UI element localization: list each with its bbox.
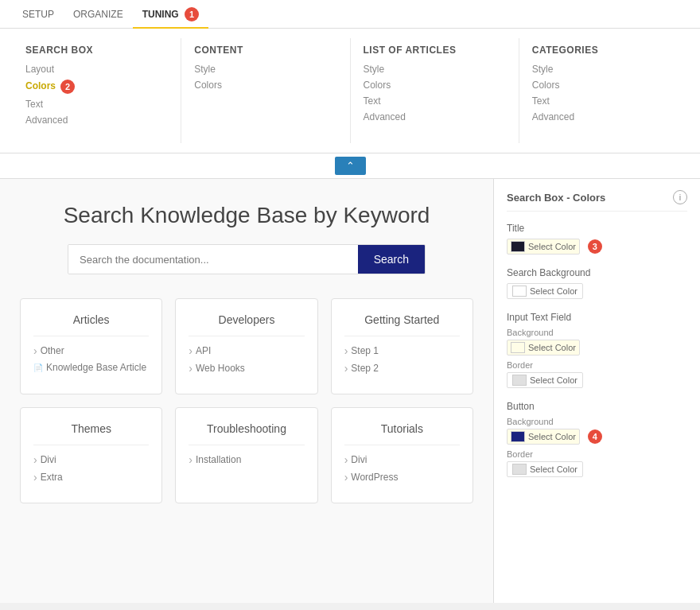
- panel-item-layout[interactable]: Layout: [25, 64, 168, 75]
- panel-list-of-articles: LIST OF ARTICLESStyleColorsTextAdvanced: [351, 38, 519, 143]
- color-section-input-text-field: Input Text FieldBackgroundSelect ColorBo…: [507, 312, 687, 388]
- panel-item-style[interactable]: Style: [364, 64, 506, 75]
- color-row: BackgroundSelect Color: [507, 328, 687, 356]
- select-color-button[interactable]: Select Color: [507, 340, 580, 356]
- card-item[interactable]: Other: [33, 344, 149, 357]
- panel-item-colors[interactable]: Colors: [364, 80, 506, 91]
- color-sub-label: Background: [507, 328, 687, 337]
- color-section-title: Title: [507, 223, 687, 234]
- panel-title-content: CONTENT: [194, 45, 336, 56]
- panel-item-text[interactable]: Text: [364, 95, 506, 107]
- card-item[interactable]: API: [189, 344, 304, 357]
- card-title: Developers: [189, 313, 304, 326]
- panel-item-colors[interactable]: Colors2: [25, 80, 168, 94]
- panel-item-style[interactable]: Style: [194, 64, 336, 75]
- select-color-label: Select Color: [528, 432, 576, 441]
- card-item[interactable]: Web Hooks: [189, 362, 304, 375]
- panel-item-advanced[interactable]: Advanced: [532, 111, 675, 122]
- card-item[interactable]: Step 2: [344, 362, 460, 375]
- panel-search-box: SEARCH BOXLayoutColors2TextAdvanced: [13, 38, 181, 143]
- color-btn-row: Select Color3: [507, 239, 687, 254]
- color-btn-row: Select Color: [507, 340, 687, 356]
- main-layout: Search Knowledge Base by Keyword Search …: [0, 179, 700, 603]
- select-color-label: Select Color: [530, 464, 578, 474]
- color-section-title: Input Text Field: [507, 312, 687, 323]
- card-item[interactable]: Step 1: [344, 344, 460, 357]
- step-badge-1: 1: [185, 7, 199, 21]
- select-color-button[interactable]: Select Color: [507, 239, 580, 254]
- color-row: Select Color3: [507, 239, 687, 254]
- step-badge-4: 4: [588, 429, 602, 444]
- panel-title-list-of-articles: LIST OF ARTICLES: [364, 45, 506, 56]
- preview-title: Search Knowledge Base by Keyword: [64, 203, 430, 228]
- right-sidebar: Search Box - Colors i TitleSelect Color3…: [493, 179, 700, 603]
- category-card-getting-started: Getting StartedStep 1Step 2: [331, 298, 473, 394]
- nav-organize[interactable]: ORGANIZE: [64, 0, 133, 29]
- category-card-tutorials: TutorialsDiviWordPress: [331, 407, 473, 503]
- color-sub-label: Border: [507, 360, 687, 370]
- card-item[interactable]: Divi: [344, 453, 460, 466]
- color-section-button: ButtonBackgroundSelect Color4BorderSelec…: [507, 401, 687, 477]
- color-swatch: [512, 286, 527, 297]
- card-item[interactable]: WordPress: [344, 471, 460, 484]
- step-badge-3: 3: [588, 239, 602, 254]
- color-btn-row: Select Color: [507, 372, 687, 388]
- card-title: Articles: [33, 313, 149, 326]
- category-card-articles: ArticlesOtherKnowledge Base Article: [20, 298, 162, 394]
- color-btn-row: Select Color: [507, 461, 687, 477]
- category-card-troubleshooting: TroubleshootingInstallation: [175, 407, 317, 503]
- select-color-button[interactable]: Select Color: [507, 429, 580, 445]
- card-title: Troubleshooting: [189, 422, 304, 435]
- card-item[interactable]: Knowledge Base Article: [33, 362, 149, 373]
- panel-item-text[interactable]: Text: [25, 99, 168, 110]
- nav-setup[interactable]: SETUP: [13, 0, 64, 29]
- preview-area: Search Knowledge Base by Keyword Search …: [0, 179, 493, 603]
- color-sub-label: Border: [507, 449, 687, 459]
- color-section-title: Search Background: [507, 267, 687, 278]
- category-card-developers: DevelopersAPIWeb Hooks: [175, 298, 317, 394]
- search-bar: Search: [68, 244, 426, 274]
- card-title: Getting Started: [344, 313, 460, 326]
- panel-item-colors[interactable]: Colors: [532, 80, 675, 91]
- panel-content: CONTENTStyleColors: [181, 38, 350, 143]
- cards-grid: ArticlesOtherKnowledge Base ArticleDevel…: [20, 298, 473, 503]
- select-color-label: Select Color: [530, 286, 578, 296]
- color-swatch: [511, 342, 525, 353]
- top-nav: SETUP ORGANIZE TUNING 1: [0, 0, 700, 29]
- search-button[interactable]: Search: [358, 245, 425, 274]
- collapse-button[interactable]: ⌃: [335, 157, 366, 175]
- step-badge-2: 2: [60, 80, 75, 94]
- card-item[interactable]: Extra: [33, 471, 149, 484]
- card-title: Themes: [33, 422, 149, 435]
- select-color-button[interactable]: Select Color: [507, 461, 583, 477]
- panel-item-colors[interactable]: Colors: [194, 80, 336, 91]
- panel-title-search-box: SEARCH BOX: [25, 45, 168, 56]
- card-item[interactable]: Divi: [33, 453, 149, 466]
- collapse-bar: ⌃: [0, 153, 700, 179]
- panel-item-advanced[interactable]: Advanced: [364, 111, 506, 122]
- sidebar-header: Search Box - Colors i: [507, 190, 687, 212]
- color-swatch: [511, 431, 525, 442]
- select-color-label: Select Color: [528, 242, 576, 251]
- category-card-themes: ThemesDiviExtra: [20, 407, 162, 503]
- search-input[interactable]: [68, 245, 358, 274]
- color-btn-row: Select Color: [507, 283, 687, 299]
- select-color-button[interactable]: Select Color: [507, 283, 583, 299]
- sidebar-title: Search Box - Colors: [507, 192, 605, 204]
- panel-item-text[interactable]: Text: [532, 95, 675, 107]
- info-icon[interactable]: i: [673, 190, 687, 204]
- card-item[interactable]: Installation: [189, 453, 304, 466]
- color-row: Select Color: [507, 283, 687, 299]
- select-color-button[interactable]: Select Color: [507, 372, 583, 388]
- card-title: Tutorials: [344, 422, 460, 435]
- color-section-title: TitleSelect Color3: [507, 223, 687, 254]
- color-row: BackgroundSelect Color4: [507, 417, 687, 445]
- panel-item-advanced[interactable]: Advanced: [25, 115, 168, 126]
- nav-tuning[interactable]: TUNING 1: [133, 0, 208, 29]
- color-swatch: [511, 241, 525, 252]
- panel-title-categories: CATEGORIES: [532, 45, 675, 56]
- color-sections: TitleSelect Color3Search BackgroundSelec…: [507, 223, 687, 477]
- color-section-title: Button: [507, 401, 687, 412]
- color-swatch: [512, 464, 527, 475]
- panel-item-style[interactable]: Style: [532, 64, 675, 75]
